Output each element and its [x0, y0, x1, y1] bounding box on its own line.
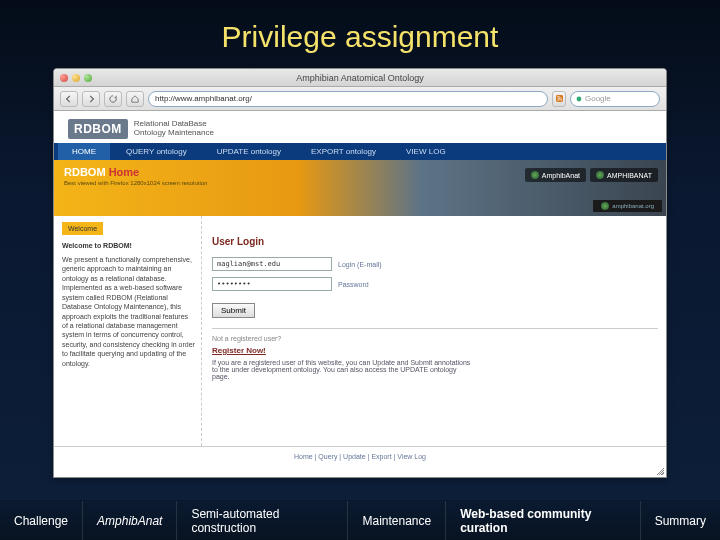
nav-viewlog[interactable]: VIEW LOG [392, 143, 460, 160]
banner-heading-prefix: RDBOM [64, 166, 106, 178]
login-heading: User Login [212, 236, 658, 247]
forward-button[interactable] [82, 91, 100, 107]
sidebar: Welcome Welcome to RDBOM! We present a f… [62, 216, 202, 446]
frog-icon [601, 202, 609, 210]
frog-icon [596, 171, 604, 179]
register-now-link[interactable]: Register Now! [212, 346, 658, 355]
login-panel: User Login maglian@mst.edu Login (E-mail… [212, 216, 658, 446]
email-field[interactable]: maglian@mst.edu [212, 257, 332, 271]
resize-grip-icon[interactable] [654, 465, 664, 475]
nav-semi-automated[interactable]: Semi-automated construction [176, 501, 347, 540]
page-content: RDBOM Relational DataBase Ontology Maint… [54, 111, 666, 477]
back-button[interactable] [60, 91, 78, 107]
url-input[interactable]: http://www.amphibanat.org/ [148, 91, 548, 107]
search-input[interactable]: Google [570, 91, 660, 107]
nav-update[interactable]: UPDATE ontology [203, 143, 295, 160]
minimize-icon[interactable] [72, 74, 80, 82]
password-field[interactable]: •••••••• [212, 277, 332, 291]
close-icon[interactable] [60, 74, 68, 82]
not-registered-text: Not a registered user? [212, 335, 658, 342]
divider [212, 328, 658, 329]
nav-home[interactable]: HOME [58, 143, 110, 160]
browser-window: Amphibian Anatomical Ontology http://www… [53, 68, 667, 478]
nav-export[interactable]: EXPORT ontology [297, 143, 390, 160]
google-icon [575, 95, 583, 103]
password-label: Password [338, 281, 369, 288]
svg-point-1 [557, 99, 558, 100]
welcome-heading: Welcome to RDBOM! [62, 241, 195, 250]
primary-nav: HOME QUERY ontology UPDATE ontology EXPO… [54, 143, 666, 160]
nav-amphibanat[interactable]: AmphibAnat [82, 501, 176, 540]
toolbar: http://www.amphibanat.org/ Google [54, 87, 666, 111]
reload-button[interactable] [104, 91, 122, 107]
svg-point-2 [577, 96, 582, 101]
rdbom-logo: RDBOM [68, 119, 128, 139]
rss-icon[interactable] [552, 91, 566, 107]
banner-heading-suffix: Home [109, 166, 140, 178]
nav-challenge[interactable]: Challenge [0, 501, 82, 540]
window-controls [60, 74, 92, 82]
nav-web-curation[interactable]: Web-based community curation [445, 501, 639, 540]
brand-amphibanat: AmphibAnat [525, 168, 586, 182]
email-label: Login (E-mail) [338, 261, 382, 268]
sidebar-tab-welcome[interactable]: Welcome [62, 222, 103, 235]
home-button[interactable] [126, 91, 144, 107]
submit-button[interactable]: Submit [212, 303, 255, 318]
nav-summary[interactable]: Summary [640, 501, 720, 540]
frog-icon [531, 171, 539, 179]
header-logo: RDBOM Relational DataBase Ontology Maint… [54, 111, 666, 143]
brand-bar: amphibanat.org [593, 200, 662, 212]
zoom-icon[interactable] [84, 74, 92, 82]
logo-tagline: Ontology Maintenance [134, 129, 214, 138]
brand-amphibanat-caps: AMPHIBANAT [590, 168, 658, 182]
window-title: Amphibian Anatomical Ontology [54, 73, 666, 83]
slide-title: Privilege assignment [0, 0, 720, 68]
nav-maintenance[interactable]: Maintenance [347, 501, 445, 540]
page-footer-links[interactable]: Home | Query | Update | Export | View Lo… [54, 446, 666, 466]
register-note: If you are a registered user of this web… [212, 359, 472, 380]
welcome-text: We present a functionally comprehensive,… [62, 255, 195, 368]
slide-nav: Challenge AmphibAnat Semi-automated cons… [0, 500, 720, 540]
banner: RDBOM Home Best viewed with Firefox 1280… [54, 160, 666, 216]
titlebar: Amphibian Anatomical Ontology [54, 69, 666, 87]
nav-query[interactable]: QUERY ontology [112, 143, 201, 160]
search-placeholder: Google [585, 94, 611, 103]
